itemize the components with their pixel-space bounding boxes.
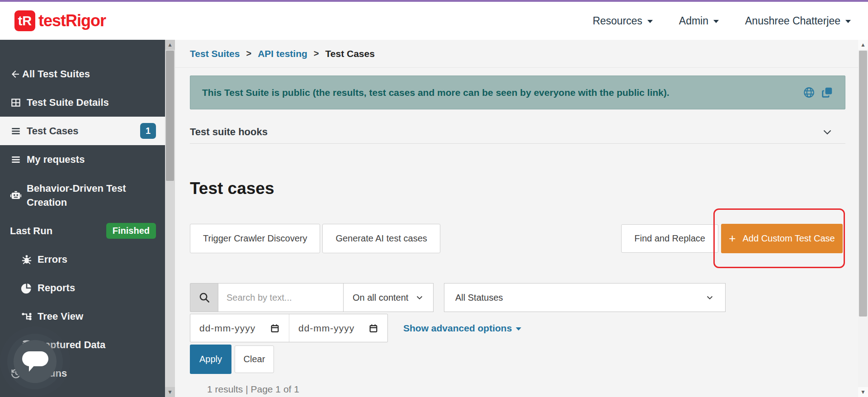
sidebar-item-all-test-suites[interactable]: All Test Suites	[0, 60, 165, 88]
sidebar-item-test-suite-details[interactable]: Test Suite Details	[0, 88, 165, 117]
nav-user-label: Anushree Chatterjee	[745, 15, 840, 27]
sidebar-scrollbar[interactable]: ▲ ▼	[165, 40, 175, 397]
app-header: tR testRigor Resources Admin Anushree Ch…	[0, 2, 868, 40]
nav-resources-dropdown[interactable]: Resources	[593, 15, 653, 27]
show-advanced-options-link[interactable]: Show advanced options	[403, 323, 521, 334]
sidebar-item-label: Behavior-Driven Test Creation	[27, 181, 156, 209]
sidebar-item-test-cases[interactable]: Test Cases 1	[0, 117, 165, 145]
caret-down-icon	[713, 20, 719, 23]
apply-clear-row: Apply Clear	[190, 345, 845, 374]
testrigor-logo[interactable]: tR testRigor	[14, 10, 106, 31]
calendar-icon[interactable]	[270, 323, 280, 333]
nav-admin-dropdown[interactable]: Admin	[679, 15, 719, 27]
chat-bubble-icon	[22, 351, 48, 372]
arrow-left-icon	[10, 69, 21, 80]
scroll-up-button[interactable]: ▲	[858, 40, 868, 50]
arrow-up-icon: ▲	[167, 42, 173, 48]
public-suite-banner: This Test Suite is public (the results, …	[190, 76, 845, 109]
chat-widget-button[interactable]	[14, 340, 57, 383]
list-icon	[10, 154, 22, 165]
search-icon	[190, 283, 218, 312]
sidebar-item-label: Last Run	[10, 225, 52, 237]
main-scrollbar[interactable]: ▲ ▼	[858, 40, 868, 397]
scrollbar-thumb[interactable]	[859, 51, 867, 317]
sidebar-item-tree-view[interactable]: Tree View	[0, 302, 165, 331]
apply-button[interactable]: Apply	[190, 345, 231, 374]
sidebar-item-label: Errors	[38, 254, 67, 265]
caret-down-icon	[845, 20, 851, 23]
arrow-up-icon: ▲	[860, 42, 866, 48]
copy-link-icon[interactable]	[821, 86, 833, 99]
sidebar-item-reports[interactable]: Reports	[0, 274, 165, 302]
search-scope-value: On all content	[353, 293, 408, 303]
tree-view-icon	[21, 311, 33, 322]
date-filter-row: dd-mm-yyyy dd-mm-yyyy	[190, 314, 845, 342]
last-run-status-badge: Finished	[106, 223, 156, 239]
main-content: Test Suites > API testing > Test Cases T…	[175, 40, 858, 397]
trigger-crawler-button[interactable]: Trigger Crawler Discovery	[190, 224, 320, 253]
sidebar-item-behavior-driven[interactable]: Behavior-Driven Test Creation	[0, 174, 165, 217]
caret-down-icon	[516, 327, 521, 331]
globe-icon[interactable]	[803, 86, 815, 99]
scroll-down-button[interactable]: ▼	[165, 387, 175, 397]
breadcrumb-test-cases: Test Cases	[326, 48, 375, 59]
show-advanced-options-label: Show advanced options	[403, 323, 512, 334]
status-filter-select[interactable]: All Statuses	[444, 283, 726, 312]
clear-button[interactable]: Clear	[235, 345, 274, 373]
date-from-placeholder: dd-mm-yyyy	[199, 323, 255, 334]
add-custom-test-case-label: Add Custom Test Case	[743, 233, 835, 244]
sidebar-item-label: My requests	[27, 154, 85, 165]
arrow-down-icon: ▼	[860, 389, 866, 395]
find-and-replace-button[interactable]: Find and Replace	[621, 224, 718, 253]
sidebar-item-label: Tree View	[38, 311, 83, 322]
nav-admin-label: Admin	[679, 15, 708, 27]
scroll-up-button[interactable]: ▲	[165, 40, 175, 50]
nav-resources-label: Resources	[593, 15, 642, 27]
add-custom-test-case-button[interactable]: + Add Custom Test Case	[721, 224, 843, 253]
hooks-title: Test suite hooks	[190, 126, 268, 138]
breadcrumb: Test Suites > API testing > Test Cases	[175, 40, 858, 68]
logo-badge-icon: tR	[14, 10, 35, 31]
caret-down-icon	[647, 20, 653, 23]
header-nav: Resources Admin Anushree Chatterjee	[566, 15, 851, 27]
test-suite-hooks-expander[interactable]: Test suite hooks	[190, 120, 845, 144]
public-suite-banner-text: This Test Suite is public (the results, …	[202, 87, 670, 98]
scroll-down-button[interactable]: ▼	[858, 387, 868, 397]
nav-user-dropdown[interactable]: Anushree Chatterjee	[745, 15, 851, 27]
sidebar-item-label: Reports	[38, 282, 75, 294]
breadcrumb-test-suites[interactable]: Test Suites	[190, 48, 240, 59]
list-icon	[10, 125, 22, 137]
page-title: Test cases	[190, 179, 845, 198]
test-cases-count-badge: 1	[140, 123, 156, 139]
sidebar-item-errors[interactable]: Errors	[0, 245, 165, 274]
arrow-down-icon: ▼	[167, 389, 173, 395]
bug-icon	[21, 254, 33, 265]
breadcrumb-separator: >	[246, 48, 251, 59]
status-filter-value: All Statuses	[455, 293, 503, 303]
calendar-icon[interactable]	[368, 323, 378, 333]
sidebar-item-label: Test Suite Details	[27, 97, 109, 109]
plus-icon: +	[729, 232, 736, 246]
chevron-down-icon	[822, 127, 833, 137]
sidebar-item-my-requests[interactable]: My requests	[0, 145, 165, 174]
date-to-placeholder: dd-mm-yyyy	[298, 323, 354, 334]
generate-ai-button[interactable]: Generate AI test cases	[322, 224, 440, 253]
chevron-down-icon	[415, 293, 424, 302]
results-summary: 1 results | Page 1 of 1	[207, 384, 845, 395]
chevron-down-icon	[705, 293, 714, 302]
test-cases-toolbar: Trigger Crawler Discovery Generate AI te…	[190, 224, 845, 253]
search-filter-row: On all content All Statuses	[190, 283, 845, 312]
pie-chart-icon	[21, 282, 33, 294]
sidebar-item-last-run[interactable]: Last Run Finished	[0, 217, 165, 245]
search-input[interactable]	[218, 283, 344, 312]
logo-text: testRigor	[38, 11, 106, 30]
date-from-input[interactable]: dd-mm-yyyy	[190, 314, 289, 342]
table-icon	[10, 97, 22, 109]
search-scope-select[interactable]: On all content	[343, 283, 434, 312]
breadcrumb-api-testing[interactable]: API testing	[258, 48, 307, 59]
date-to-input[interactable]: dd-mm-yyyy	[289, 314, 387, 342]
sidebar-item-label: Test Cases	[27, 125, 79, 137]
breadcrumb-separator: >	[314, 48, 319, 59]
robot-icon	[10, 190, 22, 202]
scrollbar-thumb[interactable]	[166, 51, 174, 181]
